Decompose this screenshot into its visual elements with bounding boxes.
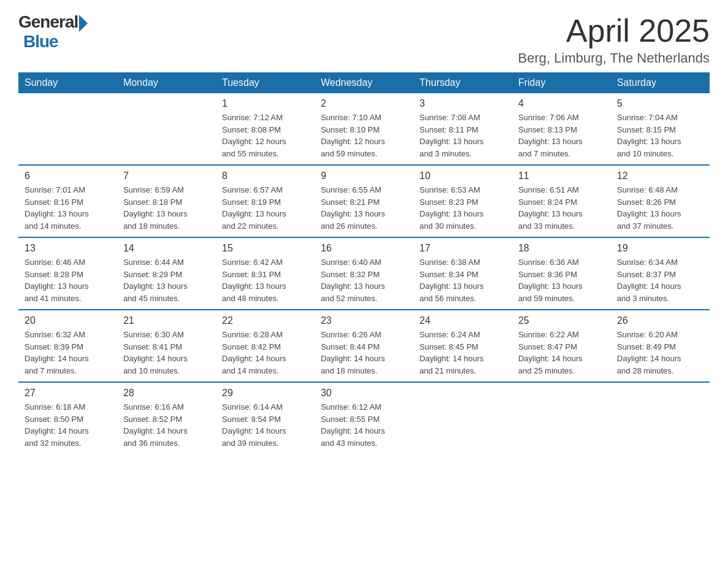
calendar-cell: 10Sunrise: 6:53 AM Sunset: 8:23 PM Dayli… [414,165,512,237]
header-saturday: Saturday [611,72,710,93]
day-info: Sunrise: 7:10 AM Sunset: 8:10 PM Dayligh… [320,112,407,159]
week-row-0: 1Sunrise: 7:12 AM Sunset: 8:08 PM Daylig… [18,93,710,165]
day-info: Sunrise: 6:26 AM Sunset: 8:44 PM Dayligh… [320,329,407,377]
day-number: 19 [617,243,703,254]
logo-blue-text: Blue [23,32,58,52]
day-number: 25 [518,315,605,326]
day-info: Sunrise: 6:59 AM Sunset: 8:18 PM Dayligh… [123,184,210,232]
day-number: 9 [320,170,407,182]
calendar-cell [117,93,216,165]
calendar-cell: 28Sunrise: 6:16 AM Sunset: 8:52 PM Dayli… [117,382,216,454]
day-number: 24 [420,315,506,326]
day-info: Sunrise: 7:08 AM Sunset: 8:11 PM Dayligh… [420,112,506,159]
week-row-2: 13Sunrise: 6:46 AM Sunset: 8:28 PM Dayli… [18,237,710,310]
day-number: 23 [320,315,407,326]
calendar-cell: 12Sunrise: 6:48 AM Sunset: 8:26 PM Dayli… [611,165,710,237]
calendar-cell: 27Sunrise: 6:18 AM Sunset: 8:50 PM Dayli… [18,382,117,454]
day-info: Sunrise: 6:28 AM Sunset: 8:42 PM Dayligh… [222,329,308,377]
day-info: Sunrise: 6:16 AM Sunset: 8:52 PM Dayligh… [123,401,210,449]
day-info: Sunrise: 6:46 AM Sunset: 8:28 PM Dayligh… [25,256,111,304]
day-number: 11 [518,170,605,182]
title-section: April 2025 Berg, Limburg, The Netherland… [518,12,710,66]
week-row-1: 6Sunrise: 7:01 AM Sunset: 8:16 PM Daylig… [18,165,710,237]
day-number: 21 [123,315,210,326]
day-number: 13 [25,243,111,254]
calendar-cell: 29Sunrise: 6:14 AM Sunset: 8:54 PM Dayli… [216,382,314,454]
day-number: 28 [123,388,210,399]
day-number: 10 [420,170,506,182]
day-info: Sunrise: 6:20 AM Sunset: 8:49 PM Dayligh… [617,329,703,377]
day-number: 4 [518,98,605,109]
calendar-cell: 21Sunrise: 6:30 AM Sunset: 8:41 PM Dayli… [117,310,216,382]
calendar-cell: 22Sunrise: 6:28 AM Sunset: 8:42 PM Dayli… [216,310,314,382]
calendar-cell: 15Sunrise: 6:42 AM Sunset: 8:31 PM Dayli… [216,237,314,310]
day-info: Sunrise: 6:30 AM Sunset: 8:41 PM Dayligh… [123,329,210,377]
logo: General Blue [18,12,88,52]
day-number: 1 [222,98,308,109]
calendar-cell: 1Sunrise: 7:12 AM Sunset: 8:08 PM Daylig… [216,93,314,165]
day-info: Sunrise: 6:34 AM Sunset: 8:37 PM Dayligh… [617,256,703,304]
calendar-cell: 19Sunrise: 6:34 AM Sunset: 8:37 PM Dayli… [611,237,710,310]
logo-arrow-icon [79,15,88,32]
calendar-cell: 7Sunrise: 6:59 AM Sunset: 8:18 PM Daylig… [117,165,216,237]
calendar-cell: 5Sunrise: 7:04 AM Sunset: 8:15 PM Daylig… [611,93,710,165]
day-number: 12 [617,170,703,182]
calendar-cell: 16Sunrise: 6:40 AM Sunset: 8:32 PM Dayli… [314,237,413,310]
calendar-cell: 23Sunrise: 6:26 AM Sunset: 8:44 PM Dayli… [314,310,413,382]
day-number: 6 [25,170,111,182]
calendar-cell: 6Sunrise: 7:01 AM Sunset: 8:16 PM Daylig… [18,165,117,237]
day-number: 29 [222,388,308,399]
day-info: Sunrise: 6:40 AM Sunset: 8:32 PM Dayligh… [320,256,407,304]
header-tuesday: Tuesday [216,72,314,93]
location-title: Berg, Limburg, The Netherlands [518,50,710,66]
calendar-cell: 13Sunrise: 6:46 AM Sunset: 8:28 PM Dayli… [18,237,117,310]
day-info: Sunrise: 7:01 AM Sunset: 8:16 PM Dayligh… [25,184,111,232]
calendar-table: SundayMondayTuesdayWednesdayThursdayFrid… [18,72,710,454]
calendar-cell: 18Sunrise: 6:36 AM Sunset: 8:36 PM Dayli… [512,237,611,310]
day-info: Sunrise: 6:44 AM Sunset: 8:29 PM Dayligh… [123,256,210,304]
day-info: Sunrise: 7:12 AM Sunset: 8:08 PM Dayligh… [222,112,308,159]
day-number: 2 [320,98,407,109]
day-number: 7 [123,170,210,182]
calendar-cell: 3Sunrise: 7:08 AM Sunset: 8:11 PM Daylig… [414,93,512,165]
calendar-cell: 24Sunrise: 6:24 AM Sunset: 8:45 PM Dayli… [414,310,512,382]
calendar-cell [512,382,611,454]
day-number: 5 [617,98,703,109]
calendar-cell: 17Sunrise: 6:38 AM Sunset: 8:34 PM Dayli… [414,237,512,310]
day-number: 16 [320,243,407,254]
day-number: 20 [25,315,111,326]
week-row-4: 27Sunrise: 6:18 AM Sunset: 8:50 PM Dayli… [18,382,710,454]
calendar-cell: 8Sunrise: 6:57 AM Sunset: 8:19 PM Daylig… [216,165,314,237]
day-info: Sunrise: 7:06 AM Sunset: 8:13 PM Dayligh… [518,112,605,159]
calendar-cell: 11Sunrise: 6:51 AM Sunset: 8:24 PM Dayli… [512,165,611,237]
day-info: Sunrise: 6:48 AM Sunset: 8:26 PM Dayligh… [617,184,703,232]
day-number: 3 [420,98,506,109]
header-thursday: Thursday [414,72,512,93]
calendar-cell [18,93,117,165]
calendar-cell: 25Sunrise: 6:22 AM Sunset: 8:47 PM Dayli… [512,310,611,382]
day-number: 30 [320,388,407,399]
day-info: Sunrise: 6:38 AM Sunset: 8:34 PM Dayligh… [420,256,506,304]
day-info: Sunrise: 6:51 AM Sunset: 8:24 PM Dayligh… [518,184,605,232]
day-info: Sunrise: 6:53 AM Sunset: 8:23 PM Dayligh… [420,184,506,232]
calendar-cell [611,382,710,454]
week-row-3: 20Sunrise: 6:32 AM Sunset: 8:39 PM Dayli… [18,310,710,382]
day-number: 8 [222,170,308,182]
day-info: Sunrise: 6:32 AM Sunset: 8:39 PM Dayligh… [25,329,111,377]
day-number: 17 [420,243,506,254]
header-monday: Monday [117,72,216,93]
day-info: Sunrise: 6:55 AM Sunset: 8:21 PM Dayligh… [320,184,407,232]
page-header: General Blue April 2025 Berg, Limburg, T… [18,12,710,66]
day-number: 18 [518,243,605,254]
calendar-cell: 26Sunrise: 6:20 AM Sunset: 8:49 PM Dayli… [611,310,710,382]
day-number: 26 [617,315,703,326]
day-number: 15 [222,243,308,254]
header-friday: Friday [512,72,611,93]
calendar-cell: 20Sunrise: 6:32 AM Sunset: 8:39 PM Dayli… [18,310,117,382]
day-info: Sunrise: 6:24 AM Sunset: 8:45 PM Dayligh… [420,329,506,377]
day-info: Sunrise: 6:42 AM Sunset: 8:31 PM Dayligh… [222,256,308,304]
day-number: 22 [222,315,308,326]
day-info: Sunrise: 6:36 AM Sunset: 8:36 PM Dayligh… [518,256,605,304]
calendar-cell: 9Sunrise: 6:55 AM Sunset: 8:21 PM Daylig… [314,165,413,237]
logo-general-text: General [18,12,78,32]
